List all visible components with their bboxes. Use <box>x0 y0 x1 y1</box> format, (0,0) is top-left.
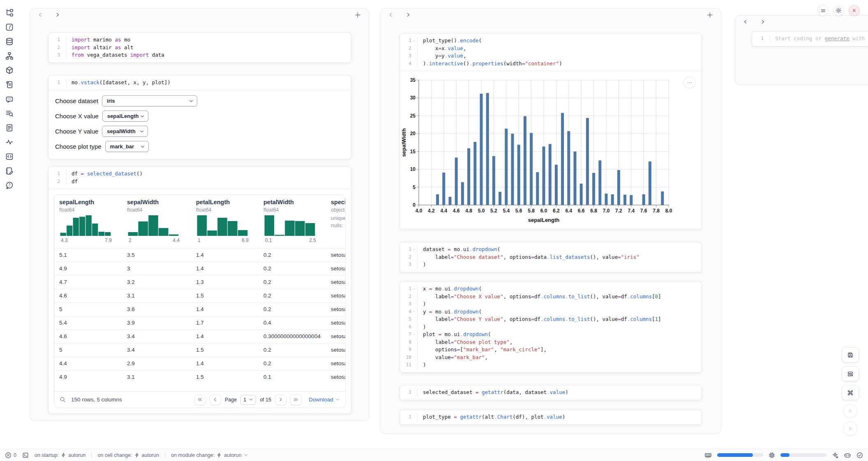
code-editor[interactable]: 1df = selected_dataset()2df <box>48 167 351 189</box>
notebook-button[interactable] <box>5 166 14 175</box>
code-editor[interactable]: 1import marimo as mo2import altair as al… <box>48 33 351 62</box>
code-line[interactable]: 4).interactive().properties(width="conta… <box>400 60 702 68</box>
table-row[interactable]: 4.63.41.40.30000000000000004setosa <box>54 330 345 343</box>
table-row[interactable]: 4.931.40.2setosa <box>54 262 345 275</box>
cell-dataset-dropdown[interactable]: 1dataset = mo.ui.dropdown(2 label="Choos… <box>399 242 702 272</box>
dependencies-button[interactable] <box>5 51 14 60</box>
packages-button[interactable] <box>5 66 14 75</box>
column-name[interactable]: petalLength <box>196 199 230 205</box>
table-row[interactable]: 5.43.91.70.4setosa <box>54 316 345 330</box>
column-prev-icon[interactable] <box>37 12 43 18</box>
logs-button[interactable] <box>5 109 14 118</box>
cell-plot-type[interactable]: 1plot_type = getattr(alt.Chart(df), plot… <box>399 410 702 425</box>
code-line[interactable]: 3from vega_datasets import data <box>48 51 351 59</box>
code-line[interactable]: 7plot = mo.ui.dropdown( <box>400 331 702 339</box>
generate-with-ai-link[interactable]: generate <box>824 35 849 41</box>
cell-dataframe[interactable]: 1df = selected_dataset()2df sepalLengthf… <box>48 166 351 414</box>
run-button[interactable] <box>843 422 857 436</box>
code-line[interactable]: 1selected_dataset = getattr(data, datase… <box>400 389 702 396</box>
code-line[interactable]: 1plot_type = getattr(alt.Chart(df), plot… <box>400 413 702 421</box>
code-line[interactable]: 10 value="mark_bar", <box>400 354 702 362</box>
column-name[interactable]: species <box>331 199 346 205</box>
table-row[interactable]: 4.73.21.30.2setosa <box>54 275 345 289</box>
code-line[interactable]: 2 label="Choose X value", options=df.col… <box>400 293 702 301</box>
page-select[interactable]: 1 <box>240 395 256 405</box>
column-histogram[interactable] <box>197 215 248 237</box>
y-value-select[interactable]: sepalWidth <box>102 126 148 137</box>
settings-button[interactable] <box>833 5 844 16</box>
cell-imports[interactable]: 1import marimo as mo2import altair as al… <box>48 32 351 63</box>
code-line[interactable]: 1df = selected_dataset() <box>48 170 351 178</box>
editor-placeholder[interactable]: Start coding or generate with AI <box>769 35 868 43</box>
add-cell-button[interactable] <box>706 12 713 18</box>
file-explorer-button[interactable] <box>5 8 14 17</box>
next-page-button[interactable] <box>275 394 286 405</box>
fold-chevron-icon[interactable] <box>411 247 416 251</box>
error-counter[interactable]: 0 <box>5 452 16 459</box>
download-button[interactable]: Download <box>309 396 340 403</box>
column-name[interactable]: sepalLength <box>59 199 94 205</box>
shutdown-button[interactable] <box>849 5 860 16</box>
copilot-icon[interactable] <box>844 452 851 459</box>
column-histogram[interactable] <box>60 215 111 237</box>
code-editor[interactable]: 1selected_dataset = getattr(data, datase… <box>400 385 702 400</box>
tracing-button[interactable] <box>5 138 14 147</box>
scratchpad-button[interactable] <box>5 80 14 89</box>
code-line[interactable]: 6) <box>400 323 702 331</box>
code-line[interactable]: 8 label="Choose plot type", <box>400 339 702 346</box>
datasources-button[interactable] <box>5 37 14 46</box>
code-line[interactable]: 1mo.vstack([dataset, x, y, plot]) <box>48 79 351 87</box>
code-line[interactable]: 9 options=["mark_bar", "mark_circle"], <box>400 346 702 354</box>
code-line[interactable]: 3 y=y.value, <box>400 52 702 60</box>
prev-page-button[interactable] <box>210 394 221 405</box>
on-cell-change-setting[interactable]: on cell change: autorun <box>97 452 159 458</box>
search-icon[interactable] <box>60 396 66 403</box>
plot-type-select[interactable]: mark_bar <box>105 141 149 152</box>
fold-chevron-icon[interactable] <box>411 332 416 337</box>
ai-chat-button[interactable] <box>5 95 14 104</box>
cell-plot[interactable]: 1plot_type().encode(2 x=x.value,3 y=y.va… <box>399 33 702 229</box>
column-name[interactable]: petalWidth <box>263 199 294 205</box>
code-line[interactable]: 1plot_type().encode( <box>400 37 702 45</box>
code-line[interactable]: 4y = mo.ui.dropdown( <box>400 308 702 316</box>
code-editor[interactable]: 1x = mo.ui.dropdown(2 label="Choose X va… <box>400 282 702 372</box>
column-next-icon[interactable] <box>405 12 411 18</box>
functions-button[interactable]: f <box>5 23 14 32</box>
cell-scratch[interactable]: 1 Start coding or generate with AI <box>752 31 868 46</box>
save-button[interactable] <box>842 347 859 362</box>
code-line[interactable]: 11) <box>400 361 702 369</box>
code-line[interactable]: 1import marimo as mo <box>48 36 351 44</box>
table-row[interactable]: 4.42.91.40.2setosa <box>54 357 345 370</box>
cell-selected-dataset[interactable]: 1selected_dataset = getattr(data, datase… <box>399 385 702 400</box>
menu-button[interactable] <box>817 5 829 16</box>
ai-sparkles-icon[interactable] <box>832 452 838 459</box>
table-row[interactable]: 53.41.50.2setosa <box>54 343 345 357</box>
add-cell-button[interactable] <box>354 12 361 18</box>
table-row[interactable]: 4.63.11.50.2setosa <box>54 289 345 302</box>
on-module-change-setting[interactable]: on module change: autorun <box>171 452 248 458</box>
fold-chevron-icon[interactable] <box>411 287 416 291</box>
table-row[interactable]: 53.61.40.2setosa <box>54 302 345 316</box>
cell-vstack[interactable]: 1mo.vstack([dataset, x, y, plot]) Choose… <box>48 75 351 159</box>
shortcuts-button[interactable] <box>842 385 859 400</box>
code-line[interactable]: 2 label="Choose dataset", options=data.l… <box>400 254 702 261</box>
fold-chevron-icon[interactable] <box>411 39 416 43</box>
code-line[interactable]: 1 Start coding or generate with AI <box>752 35 868 43</box>
fold-chevron-icon[interactable] <box>411 310 416 314</box>
column-next-icon[interactable] <box>760 19 766 25</box>
table-row[interactable]: 5.13.51.40.2setosa <box>54 248 345 262</box>
code-line[interactable]: 5 label="Choose Y value", options=df.col… <box>400 316 702 323</box>
code-editor[interactable]: 1plot_type().encode(2 x=x.value,3 y=y.va… <box>400 34 702 71</box>
code-editor[interactable]: 1plot_type = getattr(alt.Chart(df), plot… <box>400 410 702 424</box>
column-prev-icon[interactable] <box>388 12 394 18</box>
code-line[interactable]: 3) <box>400 300 702 308</box>
code-editor[interactable]: 1mo.vstack([dataset, x, y, plot]) <box>48 76 351 90</box>
code-line[interactable]: 2df <box>48 178 351 186</box>
table-row[interactable]: 4.93.11.50.1setosa <box>54 370 345 384</box>
on-startup-setting[interactable]: on startup: autorun <box>35 452 85 458</box>
code-line[interactable]: 2import altair as alt <box>48 44 351 52</box>
dataset-select[interactable]: iris <box>102 95 197 106</box>
code-line[interactable]: 2 x=x.value, <box>400 45 702 53</box>
layout-button[interactable] <box>842 366 859 381</box>
column-histogram[interactable] <box>264 215 315 237</box>
